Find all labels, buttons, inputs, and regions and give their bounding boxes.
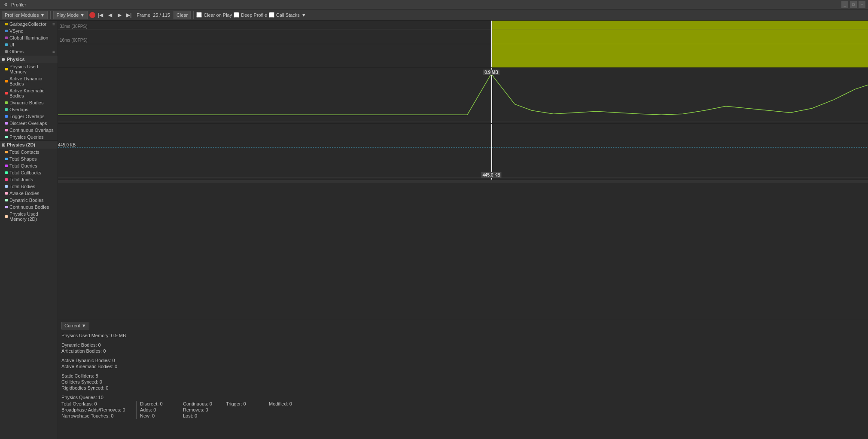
maximize-button[interactable]: □ <box>850 1 857 8</box>
chart-scrollbar[interactable] <box>58 180 868 183</box>
toolbar-separator <box>50 11 51 19</box>
stats-removes: Removes: 0 <box>181 407 224 413</box>
sidebar-item-gi[interactable]: Global Illumination <box>0 34 58 41</box>
cursor-line-2: 0.9 MB <box>491 68 492 123</box>
clear-button[interactable]: Clear <box>174 11 191 19</box>
others-color-dot <box>5 50 8 53</box>
gc-menu-btn[interactable]: ≡ <box>52 22 56 27</box>
sidebar-item-total-queries[interactable]: Total Queries <box>0 162 58 169</box>
physics-section-header[interactable]: ⊞ Physics <box>0 55 58 63</box>
stats-trigger-empty2 <box>224 408 267 409</box>
sidebar-label-trigger-overlaps: Trigger Overlaps <box>9 114 45 119</box>
minimize-button[interactable]: _ <box>841 1 848 8</box>
sidebar-label-physics-queries: Physics Queries <box>9 134 43 140</box>
dynamic-bodies-2d-dot <box>5 199 8 201</box>
sidebar-item-total-contacts[interactable]: Total Contacts <box>0 149 58 155</box>
sidebar-label-vsync: VSync <box>9 28 23 34</box>
continuous-bodies-dot <box>5 206 8 208</box>
stats-adds: Adds: 0 <box>138 407 181 413</box>
physics2d-section-header[interactable]: ⊞ Physics (2D) <box>0 140 58 149</box>
sidebar-item-active-dynamic[interactable]: Active Dynamic Bodies <box>0 75 58 87</box>
sidebar-item-continuous-overlaps[interactable]: Continuous Overlaps <box>0 127 58 134</box>
sidebar-label-total-bodies: Total Bodies <box>9 184 35 189</box>
close-button[interactable]: × <box>859 1 865 8</box>
frametime-chart <box>58 21 868 67</box>
sidebar-label-awake-bodies: Awake Bodies <box>9 191 40 196</box>
stats-physics-queries: Physics Queries: 10 <box>61 395 865 400</box>
sidebar-item-gc[interactable]: GarbageCollector ≡ <box>0 21 58 27</box>
chevron-down-icon: ▼ <box>40 12 45 18</box>
sidebar-item-ui[interactable]: UI <box>0 41 58 48</box>
stats-colliders-synced: Colliders Synced: 0 <box>61 379 865 384</box>
sidebar-item-dynamic-bodies[interactable]: Dynamic Bodies <box>0 99 58 106</box>
call-stacks-label[interactable]: Call Stacks ▼ <box>269 12 306 18</box>
stats-col-left: Total Overlaps: 0 Broadphase Adds/Remove… <box>61 401 134 419</box>
sidebar-item-continuous-bodies[interactable]: Continuous Bodies <box>0 204 58 210</box>
clear-on-play-label[interactable]: Clear on Play <box>196 12 232 18</box>
physics-queries-dot <box>5 136 8 138</box>
sidebar-label-gc: GarbageCollector <box>9 21 46 27</box>
sidebar-item-total-shapes[interactable]: Total Shapes <box>0 155 58 162</box>
main-layout: GarbageCollector ≡ VSync Global Illumina… <box>0 21 868 439</box>
sidebar-item-overlaps[interactable]: Overlaps <box>0 106 58 113</box>
sidebar-label-physics-memory-2d: Physics Used Memory (2D) <box>9 211 56 222</box>
chart-section-physics-memory: 0.9 MB 10 <box>58 68 868 124</box>
total-contacts-dot <box>5 151 8 153</box>
step-forward-button[interactable]: ▶ <box>115 11 124 19</box>
sidebar-item-vsync[interactable]: VSync <box>0 27 58 34</box>
active-dynamic-dot <box>5 80 8 82</box>
record-button[interactable] <box>89 12 95 18</box>
stats-col-trigger: Trigger: 0 <box>224 401 267 419</box>
sidebar-item-dynamic-bodies-2d[interactable]: Dynamic Bodies <box>0 197 58 204</box>
sidebar-item-total-callbacks[interactable]: Total Callbacks <box>0 169 58 176</box>
chart-section-queries: 445.0 KB 445.0 KB <box>58 124 868 180</box>
discreet-overlaps-dot <box>5 122 8 125</box>
stats-modified: Modified: 0 <box>267 401 310 407</box>
current-dropdown[interactable]: Current ▼ <box>61 322 89 329</box>
awake-bodies-dot <box>5 192 8 195</box>
play-controls: |◀ ◀ ▶ ▶| <box>89 11 133 19</box>
sidebar-label-others: Others <box>9 49 24 54</box>
step-back-button[interactable]: ◀ <box>106 11 114 19</box>
sidebar-item-total-bodies[interactable]: Total Bodies <box>0 183 58 190</box>
chevron-down-icon-2: ▼ <box>302 12 306 18</box>
stats-trigger: Trigger: 0 <box>224 401 267 407</box>
stats-discreet: Discreet: 0 <box>138 401 181 407</box>
cursor-line-3: 445.0 KB <box>491 124 492 180</box>
deep-profile-checkbox[interactable] <box>234 12 239 18</box>
sidebar-item-physics-memory-2d[interactable]: Physics Used Memory (2D) <box>0 210 58 223</box>
window-title: Profiler <box>11 2 26 7</box>
go-to-start-button[interactable]: |◀ <box>96 11 105 19</box>
sidebar-label-total-contacts: Total Contacts <box>9 149 40 155</box>
go-to-end-button[interactable]: ▶| <box>125 11 133 19</box>
sidebar-item-others[interactable]: Others ≡ <box>0 48 58 55</box>
window-controls: _ □ × <box>841 1 865 8</box>
play-mode-button[interactable]: Play Mode ▼ <box>53 11 88 19</box>
sidebar[interactable]: GarbageCollector ≡ VSync Global Illumina… <box>0 21 58 439</box>
trigger-overlaps-dot <box>5 115 8 118</box>
profiler-modules-button[interactable]: Profiler Modules ▼ <box>2 11 48 19</box>
call-stacks-checkbox[interactable] <box>269 12 274 18</box>
stats-narrowphase-touches: Narrowphase Touches: 0 <box>61 413 134 419</box>
sidebar-label-overlaps: Overlaps <box>9 107 28 112</box>
others-menu-btn[interactable]: ≡ <box>52 49 56 54</box>
sidebar-item-physics-memory[interactable]: Physics Used Memory <box>0 63 58 75</box>
sidebar-item-discreet-overlaps[interactable]: Discreet Overlaps <box>0 120 58 127</box>
physics-memory-2d-dot <box>5 215 8 218</box>
table-divider <box>136 401 137 419</box>
chart-area[interactable]: 33ms (30FPS) 16ms (60FPS) 0.9 MB <box>58 21 868 319</box>
deep-profile-label[interactable]: Deep Profile <box>234 12 267 18</box>
toolbar-separator-2 <box>193 11 194 19</box>
sidebar-item-trigger-overlaps[interactable]: Trigger Overlaps <box>0 113 58 120</box>
sidebar-label-gi: Global Illumination <box>9 35 49 40</box>
stats-panel: Current ▼ Physics Used Memory: 0.9 MB Dy… <box>58 319 868 439</box>
sidebar-item-active-kinematic[interactable]: Active Kinematic Bodies <box>0 87 58 99</box>
sidebar-item-total-joints[interactable]: Total Joints <box>0 176 58 183</box>
sidebar-item-physics-queries[interactable]: Physics Queries <box>0 134 58 140</box>
stats-active-kinematic: Active Kinematic Bodies: 0 <box>61 364 865 369</box>
physics2d-icon: ⊞ <box>2 143 5 147</box>
clear-on-play-checkbox[interactable] <box>196 12 202 18</box>
profiler-icon: ⚙ <box>3 2 9 8</box>
active-kinematic-dot <box>5 92 8 95</box>
sidebar-item-awake-bodies[interactable]: Awake Bodies <box>0 190 58 197</box>
